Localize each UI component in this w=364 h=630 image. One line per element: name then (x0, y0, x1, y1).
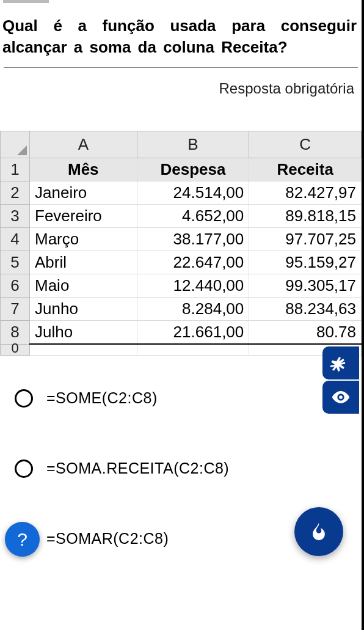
accessibility-panel (322, 346, 359, 415)
cell-b9 (137, 344, 249, 355)
top-badge (3, 0, 49, 3)
cell-a6: Maio (30, 274, 137, 298)
cell-c5: 95.159,27 (249, 251, 362, 274)
radio-icon (15, 389, 33, 408)
col-header-a: A (30, 131, 137, 158)
hands-icon (330, 353, 351, 373)
option-3-label: =SOMAR(C2:C8) (46, 530, 169, 548)
row-header-1: 1 (1, 158, 30, 181)
row-header-5: 5 (1, 251, 30, 274)
option-2[interactable]: =SOMA.RECEITA(C2:C8) (15, 460, 362, 478)
col-header-b: B (137, 131, 249, 158)
row-header-2: 2 (1, 181, 30, 205)
cell-b6: 12.440,00 (137, 274, 249, 298)
option-1-label: =SOME(C2:C8) (46, 389, 158, 407)
cell-c3: 89.818,15 (249, 205, 362, 228)
option-2-label: =SOMA.RECEITA(C2:C8) (46, 460, 229, 477)
cell-b1: Despesa (137, 158, 249, 181)
row-header-9: 0 (1, 344, 30, 355)
cell-a1: Mês (30, 158, 137, 181)
radio-icon (15, 460, 33, 478)
cell-b4: 38.177,00 (137, 228, 249, 251)
spreadsheet-image: A B C 1 Mês Despesa Receita 2 Janeiro 24… (0, 131, 362, 356)
cell-a5: Abril (30, 251, 137, 274)
cell-c6: 99.305,17 (249, 274, 362, 298)
cell-c4: 97.707,25 (249, 228, 362, 251)
row-header-7: 7 (1, 298, 30, 321)
cell-a2: Janeiro (30, 181, 137, 205)
spreadsheet-table: A B C 1 Mês Despesa Receita 2 Janeiro 24… (0, 131, 362, 356)
cell-a4: Março (30, 228, 137, 251)
visibility-button[interactable] (322, 381, 359, 414)
cell-a3: Fevereiro (30, 205, 137, 228)
sign-language-button[interactable] (322, 346, 359, 379)
cell-a9 (30, 344, 137, 355)
required-answer-label: Resposta obrigatória (0, 68, 362, 115)
eye-icon (330, 387, 351, 408)
fab-button[interactable] (294, 507, 343, 556)
cell-b5: 22.647,00 (137, 251, 249, 274)
col-header-c: C (249, 131, 362, 158)
help-button[interactable]: ? (5, 522, 40, 557)
flame-icon (308, 521, 329, 542)
row-header-6: 6 (1, 274, 30, 298)
cell-c1: Receita (249, 158, 362, 181)
cell-b8: 21.661,00 (137, 321, 249, 345)
cell-c8: 80.78 (249, 321, 362, 345)
option-1[interactable]: =SOME(C2:C8) (15, 389, 362, 408)
cell-a8: Julho (30, 321, 137, 345)
question-line-1: Qual é a função usada para conseguir (2, 15, 357, 37)
cell-b2: 24.514,00 (137, 181, 249, 205)
cell-b3: 4.652,00 (137, 205, 249, 228)
select-all-corner (1, 131, 30, 158)
cell-c2: 82.427,97 (249, 181, 362, 205)
row-header-3: 3 (1, 205, 30, 228)
question-text: Qual é a função usada para conseguir alc… (0, 0, 362, 67)
row-header-4: 4 (1, 228, 30, 251)
cell-c7: 88.234,63 (249, 298, 362, 321)
cell-a7: Junho (30, 298, 137, 321)
question-line-2: alcançar a soma da coluna Receita? (2, 37, 357, 58)
question-mark-icon: ? (17, 529, 27, 550)
cell-b7: 8.284,00 (137, 298, 249, 321)
